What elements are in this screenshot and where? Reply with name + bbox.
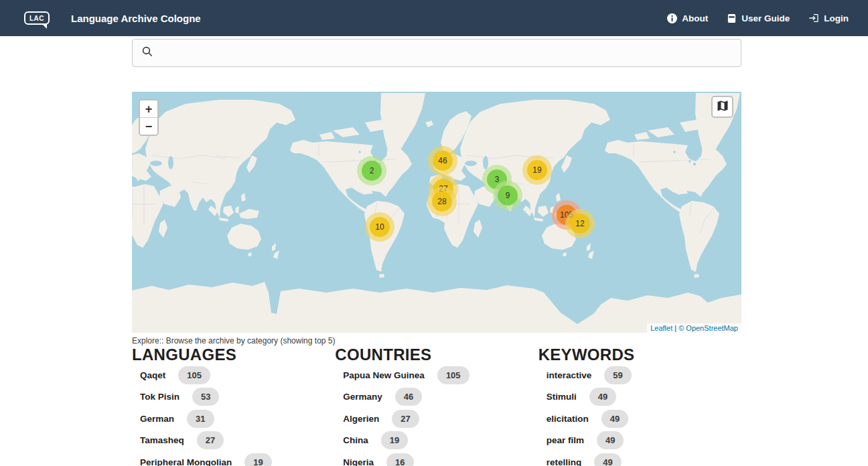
category-item[interactable]: retelling49 <box>547 453 741 466</box>
category-item-label: Tok Pisin <box>140 392 179 402</box>
explore-intro: Explore:: Browse the archive by category… <box>132 336 741 345</box>
category-item[interactable]: Papua New Guinea105 <box>343 366 538 384</box>
category-column-keywords: KEYWORDSinteractive59Stimuli49elicitatio… <box>538 345 741 466</box>
category-item-count: 31 <box>187 410 214 428</box>
lac-logo[interactable]: LAC <box>24 11 50 25</box>
cluster-count: 9 <box>498 185 518 206</box>
category-item[interactable]: interactive59 <box>547 366 741 384</box>
category-item[interactable]: Algerien27 <box>343 410 538 428</box>
category-item-count: 53 <box>192 388 219 406</box>
category-item-count: 27 <box>197 431 224 449</box>
category-item[interactable]: Qaqet105 <box>140 366 335 384</box>
explore-columns: LANGUAGESQaqet105Tok Pisin53German31Tama… <box>132 345 741 466</box>
category-item[interactable]: Peripheral Mongolian19 <box>140 453 335 466</box>
category-item-label: Stimuli <box>547 392 577 402</box>
category-item[interactable]: German31 <box>140 410 335 428</box>
layers-button[interactable] <box>711 96 733 118</box>
category-column-languages: LANGUAGESQaqet105Tok Pisin53German31Tama… <box>132 345 335 466</box>
app-title: Language Archive Cologne <box>71 13 201 24</box>
nav-label-login: Login <box>824 13 849 23</box>
category-item-count: 27 <box>392 410 419 428</box>
category-column-title: COUNTRIES <box>335 346 538 364</box>
category-column-countries: COUNTRIESPapua New Guinea105Germany46Alg… <box>335 345 538 466</box>
category-item-label: German <box>140 414 174 424</box>
category-item-label: China <box>343 435 368 445</box>
category-item[interactable]: elicitation49 <box>547 410 741 428</box>
zoom-in-button[interactable]: + <box>140 100 157 117</box>
cluster-count: 28 <box>432 191 452 212</box>
map-zoom-control: + − <box>139 99 159 136</box>
category-item-label: Peripheral Mongolian <box>140 457 232 466</box>
map-cluster-10[interactable]: 10 <box>365 212 394 242</box>
header-nav: About User Guide Login <box>667 13 849 23</box>
openstreetmap-link[interactable]: © OpenStreetMap <box>678 324 738 332</box>
map-container[interactable]: 246193272891010512 + − Leaflet | © OpenS… <box>132 92 741 333</box>
search-bar[interactable] <box>132 39 741 67</box>
category-item-label: Germany <box>343 392 382 402</box>
category-item-count: 49 <box>594 453 621 466</box>
category-item-count: 19 <box>381 431 408 449</box>
info-icon <box>667 13 677 23</box>
leaflet-link[interactable]: Leaflet <box>650 324 672 332</box>
category-item-count: 59 <box>604 366 631 384</box>
category-item-label: elicitation <box>547 414 589 424</box>
login-icon <box>808 13 819 23</box>
category-item-label: Nigeria <box>343 457 374 466</box>
book-icon <box>727 13 737 23</box>
category-item[interactable]: Stimuli49 <box>547 388 741 406</box>
map-layers-icon <box>716 99 729 115</box>
category-column-title: KEYWORDS <box>538 346 741 364</box>
app-header: LAC Language Archive Cologne About User … <box>0 0 868 36</box>
category-item-count: 46 <box>395 388 422 406</box>
explore-section: Explore:: Browse the archive by category… <box>132 336 741 466</box>
cluster-count: 46 <box>433 151 453 171</box>
category-item[interactable]: Germany46 <box>343 388 538 406</box>
search-input[interactable] <box>160 48 732 58</box>
nav-item-about[interactable]: About <box>667 13 708 23</box>
map-attribution: Leaflet | © OpenStreetMap <box>647 323 741 333</box>
category-item-label: Tamasheq <box>140 435 184 445</box>
category-item-count: 105 <box>437 366 469 384</box>
map-cluster-12[interactable]: 12 <box>565 209 595 238</box>
nav-label-about: About <box>682 13 708 23</box>
category-item-label: retelling <box>547 457 582 466</box>
category-item-count: 16 <box>386 453 413 466</box>
map-cluster-46[interactable]: 46 <box>428 146 457 175</box>
category-item[interactable]: Tok Pisin53 <box>140 388 335 406</box>
cluster-count: 19 <box>527 160 547 180</box>
category-list: Papua New Guinea105Germany46Algerien27Ch… <box>335 366 538 466</box>
map-cluster-9[interactable]: 9 <box>493 181 522 210</box>
zoom-out-button[interactable]: − <box>140 118 157 135</box>
attribution-separator: | <box>674 324 676 332</box>
category-item[interactable]: Tamasheq27 <box>140 431 335 449</box>
nav-item-user-guide[interactable]: User Guide <box>727 13 790 23</box>
cluster-count: 10 <box>370 217 390 237</box>
category-item-label: Algerien <box>343 414 379 424</box>
category-item-count: 49 <box>601 410 628 428</box>
category-column-title: LANGUAGES <box>132 346 335 364</box>
category-item-count: 49 <box>589 388 616 406</box>
category-item-label: Papua New Guinea <box>343 370 425 380</box>
lac-logo-text: LAC <box>29 15 44 22</box>
category-item-label: Qaqet <box>140 370 165 380</box>
category-list: Qaqet105Tok Pisin53German31Tamasheq27Per… <box>132 366 335 466</box>
cluster-count: 12 <box>570 214 590 234</box>
category-item-label: pear film <box>547 435 584 445</box>
category-item-label: interactive <box>547 370 592 380</box>
category-item[interactable]: Nigeria16 <box>343 453 538 466</box>
nav-label-user-guide: User Guide <box>741 13 790 23</box>
category-item[interactable]: pear film49 <box>547 431 741 449</box>
category-item-count: 19 <box>244 453 271 466</box>
category-item-count: 105 <box>178 366 210 384</box>
category-item[interactable]: China19 <box>343 431 538 449</box>
cluster-count: 2 <box>362 161 382 181</box>
map-cluster-2[interactable]: 2 <box>357 156 386 185</box>
map-cluster-28[interactable]: 28 <box>427 187 457 216</box>
nav-item-login[interactable]: Login <box>808 13 849 23</box>
map-cluster-19[interactable]: 19 <box>522 155 552 185</box>
search-icon <box>141 46 153 60</box>
cluster-layer: 246193272891010512 <box>132 92 741 333</box>
category-list: interactive59Stimuli49elicitation49pear … <box>538 366 741 466</box>
category-item-count: 49 <box>597 431 624 449</box>
